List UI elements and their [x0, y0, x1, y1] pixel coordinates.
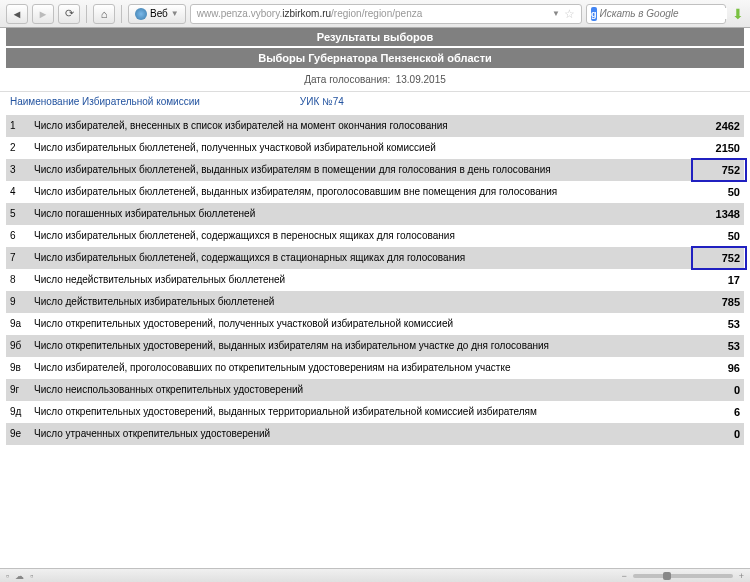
row-description: Число утраченных открепительных удостове… [30, 423, 694, 445]
table-row: 9вЧисло избирателей, проголосовавших по … [6, 357, 744, 379]
page-title-2: Выборы Губернатора Пензенской области [6, 48, 744, 68]
table-row: 8Число недействительных избирательных бю… [6, 269, 744, 291]
results-table: 1Число избирателей, внесенных в список и… [6, 115, 744, 445]
row-value: 1348 [694, 203, 744, 225]
row-value: 53 [694, 335, 744, 357]
table-row: 9гЧисло неиспользованных открепительных … [6, 379, 744, 401]
globe-icon [135, 8, 147, 20]
zoom-thumb[interactable] [663, 572, 671, 580]
row-number: 9д [6, 401, 30, 423]
back-button[interactable]: ◄ [6, 4, 28, 24]
row-description: Число избирателей, внесенных в список из… [30, 115, 694, 137]
url-bar[interactable]: www.penza.vybory.izbirkom.ru/region/regi… [190, 4, 582, 24]
row-number: 9г [6, 379, 30, 401]
row-number: 9а [6, 313, 30, 335]
table-row: 9аЧисло открепительных удостоверений, по… [6, 313, 744, 335]
row-description: Число избирательных бюллетеней, выданных… [30, 159, 694, 181]
row-value: 0 [694, 379, 744, 401]
row-number: 7 [6, 247, 30, 269]
row-description: Число избирательных бюллетеней, выданных… [30, 181, 694, 203]
bookmark-star-icon[interactable]: ☆ [564, 7, 575, 21]
row-number: 9е [6, 423, 30, 445]
row-value: 53 [694, 313, 744, 335]
table-row: 9еЧисло утраченных открепительных удосто… [6, 423, 744, 445]
status-icon: ▫ [30, 571, 33, 581]
zoom-in-icon[interactable]: + [739, 571, 744, 581]
chevron-down-icon[interactable]: ▼ [552, 9, 560, 18]
home-button[interactable]: ⌂ [93, 4, 115, 24]
row-number: 3 [6, 159, 30, 181]
table-row: 1Число избирателей, внесенных в список и… [6, 115, 744, 137]
zoom-out-icon[interactable]: − [621, 571, 626, 581]
table-row: 9Число действительных избирательных бюлл… [6, 291, 744, 313]
status-icon: ☁ [15, 571, 24, 581]
row-number: 9в [6, 357, 30, 379]
chevron-down-icon: ▼ [171, 9, 179, 18]
google-icon: g [591, 7, 597, 21]
row-description: Число недействительных избирательных бюл… [30, 269, 694, 291]
row-description: Число открепительных удостоверений, полу… [30, 313, 694, 335]
status-bar: ▫ ☁ ▫ − + [0, 568, 750, 582]
row-number: 2 [6, 137, 30, 159]
row-description: Число избирательных бюллетеней, полученн… [30, 137, 694, 159]
row-number: 4 [6, 181, 30, 203]
row-value: 50 [694, 181, 744, 203]
row-value: 2462 [694, 115, 744, 137]
forward-button[interactable]: ► [32, 4, 54, 24]
row-description: Число избирателей, проголосовавших по от… [30, 357, 694, 379]
row-number: 1 [6, 115, 30, 137]
commission-row: Наименование Избирательной комиссии УИК … [0, 91, 750, 115]
zoom-slider[interactable] [633, 574, 733, 578]
row-value: 752 [694, 159, 744, 181]
search-input[interactable] [600, 8, 727, 19]
row-description: Число избирательных бюллетеней, содержащ… [30, 247, 694, 269]
search-box[interactable]: g [586, 4, 726, 24]
table-row: 6Число избирательных бюллетеней, содержа… [6, 225, 744, 247]
browser-toolbar: ◄ ► ⟳ ⌂ Веб ▼ www.penza.vybory.izbirkom.… [0, 0, 750, 28]
row-description: Число погашенных избирательных бюллетене… [30, 203, 694, 225]
row-description: Число избирательных бюллетеней, содержащ… [30, 225, 694, 247]
divider [86, 5, 87, 23]
web-menu-button[interactable]: Веб ▼ [128, 4, 186, 24]
row-value: 50 [694, 225, 744, 247]
row-number: 6 [6, 225, 30, 247]
download-icon[interactable]: ⬇ [732, 6, 744, 22]
page-content: Результаты выборов Выборы Губернатора Пе… [0, 28, 750, 568]
row-description: Число открепительных удостоверений, выда… [30, 401, 694, 423]
row-value: 785 [694, 291, 744, 313]
row-value: 752 [694, 247, 744, 269]
commission-label-link[interactable]: Наименование Избирательной комиссии [10, 96, 200, 107]
web-label: Веб [150, 8, 168, 19]
row-number: 9 [6, 291, 30, 313]
status-icon: ▫ [6, 571, 9, 581]
row-value: 96 [694, 357, 744, 379]
divider [121, 5, 122, 23]
table-row: 2Число избирательных бюллетеней, получен… [6, 137, 744, 159]
row-number: 8 [6, 269, 30, 291]
table-row: 4Число избирательных бюллетеней, выданны… [6, 181, 744, 203]
reload-button[interactable]: ⟳ [58, 4, 80, 24]
row-value: 6 [694, 401, 744, 423]
row-value: 2150 [694, 137, 744, 159]
table-row: 3Число избирательных бюллетеней, выданны… [6, 159, 744, 181]
row-number: 9б [6, 335, 30, 357]
table-row: 7Число избирательных бюллетеней, содержа… [6, 247, 744, 269]
url-text: www.penza.vybory.izbirkom.ru/region/regi… [197, 8, 548, 19]
page-title-1: Результаты выборов [6, 28, 744, 46]
row-value: 0 [694, 423, 744, 445]
row-value: 17 [694, 269, 744, 291]
table-row: 5Число погашенных избирательных бюллетен… [6, 203, 744, 225]
row-number: 5 [6, 203, 30, 225]
row-description: Число действительных избирательных бюлле… [30, 291, 694, 313]
table-row: 9дЧисло открепительных удостоверений, вы… [6, 401, 744, 423]
commission-uik-link[interactable]: УИК №74 [300, 96, 344, 107]
row-description: Число неиспользованных открепительных уд… [30, 379, 694, 401]
table-row: 9бЧисло открепительных удостоверений, вы… [6, 335, 744, 357]
row-description: Число открепительных удостоверений, выда… [30, 335, 694, 357]
voting-date: Дата голосования: 13.09.2015 [0, 68, 750, 91]
